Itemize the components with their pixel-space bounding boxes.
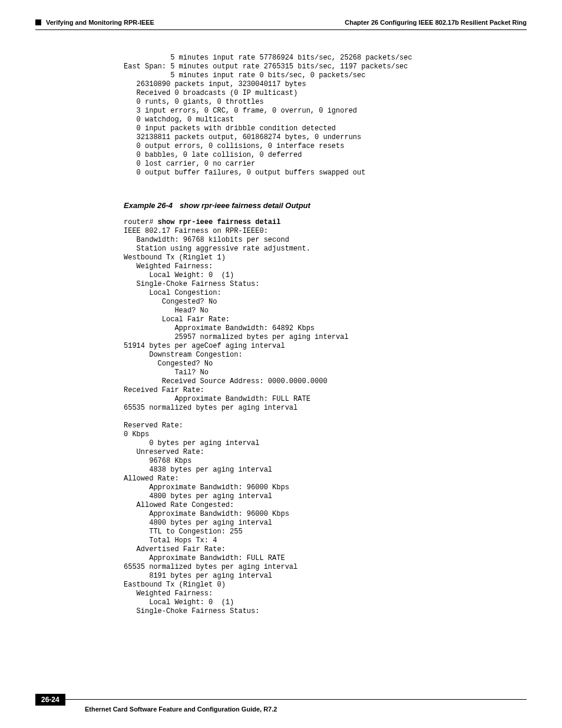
cli-command: show rpr-ieee fairness detail [158,218,281,226]
code-block-fairness: router# show rpr-ieee fairness detail IE… [124,218,527,616]
code-block-interface-stats: 5 minutes input rate 57786924 bits/sec, … [124,54,527,177]
example-title: Example 26-4show rpr-ieee fairness detai… [124,201,527,210]
example-number: Example 26-4 [124,201,173,210]
header-marker-icon [35,19,41,25]
header-chapter: Chapter 26 Configuring IEEE 802.17b Resi… [345,19,527,26]
header-rule [35,29,527,30]
footer-rule [47,699,527,700]
cli-output: IEEE 802.17 Fairness on RPR-IEEE0: Bandw… [124,227,349,615]
running-header: Verifying and Monitoring RPR-IEEE Chapte… [35,19,527,26]
page-footer: Ethernet Card Software Feature and Confi… [35,695,527,713]
page-number: 26-24 [35,694,65,706]
example-caption: show rpr-ieee fairness detail Output [180,201,310,210]
footer-title: Ethernet Card Software Feature and Confi… [85,706,527,713]
cli-prompt: router# [124,218,158,226]
header-section: Verifying and Monitoring RPR-IEEE [46,19,154,26]
